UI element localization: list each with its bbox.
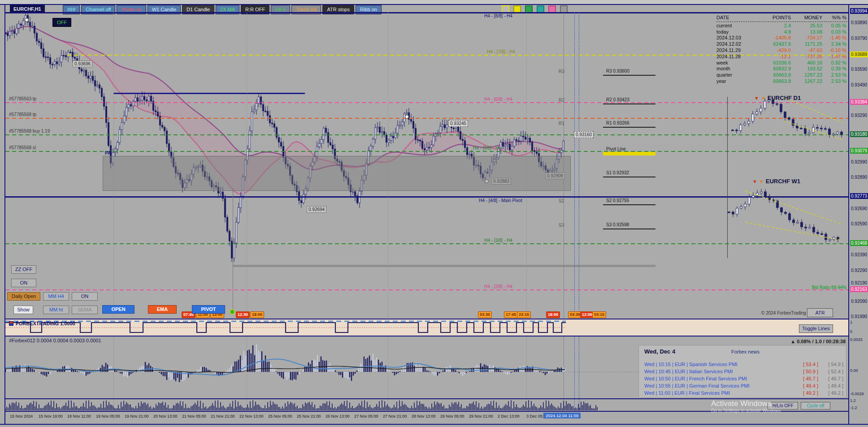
stats-points: -1405.8 (756, 35, 791, 41)
time-axis-label-15: 29 Nov 05:00 (440, 414, 464, 418)
stats-percent: 0.05 % (822, 23, 846, 29)
stats-points: 61036.6 (756, 60, 791, 66)
stats-date: year (716, 78, 756, 85)
price-scale[interactable]: 0.939940.938900.937900.936890.935900.934… (850, 0, 868, 427)
session-time-tag-7: 23:15 (517, 311, 531, 318)
indicator-scale-1: 1 (850, 320, 852, 324)
trade-label-57785563-tp: #57785563 tp (9, 96, 36, 101)
stats-points: -429.0 (756, 47, 791, 54)
stats-money: 1267.22 (791, 78, 822, 85)
stats-money: -737.26 (791, 54, 822, 60)
pivot-segment-s3-0-92598 (603, 229, 655, 229)
time-axis-label-0: 15 Nov 2024 (10, 414, 33, 418)
panel-button-daily-open[interactable]: Daily Open (7, 292, 40, 301)
stats-row-2024-11-29: 2024.11.29-429.0-47.63-0.10 % (716, 47, 847, 54)
horizontal-level-line-6 (5, 196, 848, 198)
panel-button-ema[interactable]: EMA (148, 305, 177, 314)
stats-row-year: year60663.81267.222.53 % (716, 78, 847, 85)
panel-button-zz-off[interactable]: ZZ OFF (11, 265, 36, 274)
stats-date: 2024.12.02 (716, 41, 756, 47)
pivot-segment-r2-0-93423 (603, 104, 655, 104)
price-label-0-92890: 0.92890 (850, 174, 868, 180)
d1-title-text: EURCHF D1 (768, 95, 801, 101)
panel-button-mm-ht[interactable]: MM ht (43, 306, 69, 314)
w1-mini-chart-title: ▼▼ EURCHF W1 (752, 178, 800, 185)
price-label-0-92590: 0.92590 (850, 221, 868, 227)
price-label-0-93790: 0.93790 (850, 35, 868, 41)
indicator-scale-1-2: 1.2 (850, 398, 856, 403)
current-time-badge: 2024.12.04 11:00 (543, 413, 581, 418)
price-label-0-92290: 0.92290 (850, 267, 868, 273)
stats-row-current: current2.425.530.05 % (716, 23, 847, 29)
pivot-tag-r2: R2 (559, 98, 564, 103)
news-forecast-value: [ 50.9 ] (793, 369, 818, 375)
stats-percent: 0.92 % (822, 60, 846, 66)
session-time-tag-3: 12:30 (236, 311, 250, 318)
panel-button-show[interactable]: Show (13, 306, 33, 314)
time-axis-label-11: 26 Nov 13:00 (326, 414, 350, 418)
news-event-text: Wed | 11:00 | EUR | Final Services PMI (644, 390, 793, 397)
stats-date: 2024.11.28 (716, 54, 756, 60)
event-circle-marker-0 (25, 18, 29, 22)
price-label-0-93384: 0.93384 (850, 99, 868, 105)
news-event-text: Wed | 10:55 | EUR | German Final Service… (644, 383, 793, 390)
pivot-segment-r1-0-93266 (603, 127, 655, 128)
time-axis-label-2: 18 Nov 11:00 (67, 414, 91, 418)
indicator-scale-0-0033: 0.0033 (850, 337, 863, 342)
pivot-label-r2-0-93423: R2 0.93423 (606, 97, 629, 102)
panel-button-pivot[interactable]: PIVOT (192, 305, 225, 314)
panel-button-on[interactable]: ON (72, 292, 98, 301)
toggle-lines-button[interactable]: Toggle Lines (799, 324, 833, 333)
news-forecast-value: [ 45.7 ] (793, 376, 818, 383)
indicator-icon (9, 321, 13, 326)
news-event-text: Wed | 10:15 | EUR | Spanish Services PMI (644, 362, 793, 368)
price-label-0-93689: 0.93689 (850, 52, 868, 57)
activate-windows-watermark-2: Go to Settings to activate Windows. (711, 408, 782, 413)
time-axis-label-13: 27 Nov 21:00 (383, 414, 407, 418)
trade-label-57785568-tp: #57785568 tp (9, 112, 36, 117)
indicator-scale-0-00: 0.00 (850, 368, 858, 373)
time-axis-label-3: 19 Nov 05:00 (96, 414, 120, 418)
horizontal-level-line-7 (5, 243, 848, 244)
stats-date: 2024.11.29 (716, 47, 756, 54)
cycle-off-button[interactable]: Cycle off (801, 402, 830, 410)
entry-circle-marker (230, 309, 235, 315)
price-callout-0-93245: 0.93245 (448, 120, 468, 127)
stats-date: month (716, 66, 756, 72)
time-axis-label-12: 27 Nov 05:00 (354, 414, 378, 418)
news-forecast-value: [ 49.4 ] (793, 383, 818, 390)
panel-button-open[interactable]: OPEN (102, 305, 135, 314)
stats-percent: 0.39 % (822, 66, 846, 72)
stats-money: 1171.25 (791, 41, 822, 47)
panel-button-mm-h4[interactable]: MM H4 (43, 292, 69, 301)
news-previous-value: [ 45.7 ] (818, 376, 843, 383)
stats-percent: -0.10 % (822, 47, 846, 54)
stats-date: week (716, 60, 756, 66)
pivot-label-r3-0-93600: R3 0.93600 (606, 69, 629, 73)
activate-windows-watermark: Activate Windows (711, 399, 771, 408)
time-axis[interactable]: 15 Nov 202415 Nov 19:0018 Nov 11:0019 No… (0, 413, 848, 423)
stats-points: 60663.8 (756, 78, 791, 85)
panel-button-sema[interactable]: SEMA (72, 306, 98, 314)
copyright-label: © 2024 ForbexTrading (761, 311, 806, 315)
price-callout-0-93696: 0.93696 (73, 60, 92, 67)
session-time-tag-11: 03:15 (592, 311, 606, 318)
session-time-tag-4: 18:00 (250, 311, 264, 318)
stats-money: 460.16 (791, 60, 822, 66)
trading-terminal-window: EURCHF,H1 ###Channel offPivots onW1 Cand… (0, 0, 868, 427)
atr-button[interactable]: ATR (807, 308, 833, 317)
panel-button-on[interactable]: ON (11, 279, 36, 287)
price-label-0-93290: 0.93290 (850, 112, 868, 118)
stats-header-: %% % (822, 15, 846, 21)
stats-percent: 2.53 % (822, 78, 846, 85)
stats-points: 2.4 (756, 23, 791, 29)
time-axis-label-1: 15 Nov 19:00 (39, 414, 63, 418)
time-axis-label-6: 21 Nov 05:00 (182, 414, 206, 418)
stats-points: 4.8 (756, 29, 791, 35)
news-previous-value: [ 52.4 ] (818, 369, 843, 375)
pivot-label-s1-0-92932: S1 0.92932 (606, 170, 629, 175)
stats-row-today: today4.813.080.03 % (716, 29, 847, 35)
session-time-tag-6: 17:45 (504, 311, 518, 318)
stats-date: quarter (716, 72, 756, 78)
pivot-tag-r3: R3 (559, 69, 564, 74)
